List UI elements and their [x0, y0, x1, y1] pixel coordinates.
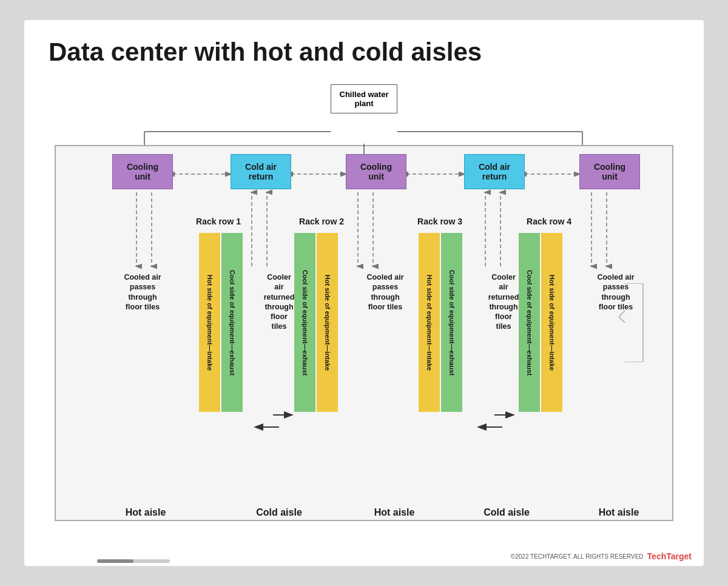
brand-logo: TechTarget [647, 551, 692, 561]
page-container: Data center with hot and cold aisles [24, 20, 704, 566]
footer: ©2022 TECHTARGET. ALL RIGHTS RESERVED Te… [511, 551, 692, 561]
scrollbar-thumb[interactable] [97, 559, 133, 563]
cold-air-return-2: Cold airreturn [464, 154, 525, 189]
flow-text-cooled-2: Cooled airpassesthroughfloor tiles [358, 272, 413, 312]
cold-air-return-1: Cold airreturn [231, 154, 291, 189]
rack-1-cool-label: Cool side of equipment—exhaust [229, 238, 236, 408]
cooling-unit-2: Cooling unit [346, 154, 406, 189]
flow-text-cooler-2: Coolerairreturnedthroughfloortiles [473, 272, 534, 332]
rack-row-label-1: Rack row 1 [191, 217, 246, 226]
hot-aisle-label-3: Hot aisle [582, 507, 655, 518]
hot-aisle-label-2: Hot aisle [358, 507, 431, 518]
page-title: Data center with hot and cold aisles [49, 38, 679, 66]
rack-3-hot-bar: Hot side of equipment—intake [419, 233, 440, 412]
rack-1-cool-bar: Cool side of equipment—exhaust [221, 233, 243, 412]
rack-1-hot-bar: Hot side of equipment—intake [199, 233, 220, 412]
right-bracket [619, 283, 646, 362]
rack-3-cool-bar: Cool side of equipment—exhaust [441, 233, 462, 412]
diagram-area: Chilled water plant Cooling unit Cooling… [49, 84, 679, 557]
rack-2-hot-label: Hot side of equipment—intake [324, 238, 331, 408]
cooling-unit-3: Cooling unit [579, 154, 640, 189]
flow-text-cooler-1: Coolerairreturnedthroughfloortiles [249, 272, 309, 332]
rack-1-hot-label: Hot side of equipment—intake [206, 238, 214, 408]
cooling-unit-1: Cooling unit [112, 154, 173, 189]
datacenter-box [55, 145, 673, 521]
flow-text-cooled-1: Cooled airpassesthroughfloor tiles [115, 272, 170, 312]
cold-aisle-label-2: Cold aisle [470, 507, 543, 518]
rack-row-label-2: Rack row 2 [294, 217, 349, 226]
rack-row-label-4: Rack row 4 [522, 217, 576, 226]
hot-aisle-label-1: Hot aisle [109, 507, 182, 518]
cold-aisle-label-1: Cold aisle [243, 507, 315, 518]
scrollbar-indicator [97, 559, 170, 563]
rack-4-hot-label: Hot side of equipment—intake [548, 238, 556, 408]
chilled-water-plant-box: Chilled water plant [331, 84, 397, 113]
rack-row-label-3: Rack row 3 [413, 217, 467, 226]
chilled-water-plant-label: Chilled water plant [340, 90, 389, 108]
rack-3-hot-label: Hot side of equipment—intake [426, 238, 433, 408]
rack-2-hot-bar: Hot side of equipment—intake [317, 233, 338, 412]
rack-3-cool-label: Cool side of equipment—exhaust [448, 238, 456, 408]
copyright-text: ©2022 TECHTARGET. ALL RIGHTS RESERVED [511, 553, 644, 560]
rack-4-hot-bar: Hot side of equipment—intake [541, 233, 562, 412]
